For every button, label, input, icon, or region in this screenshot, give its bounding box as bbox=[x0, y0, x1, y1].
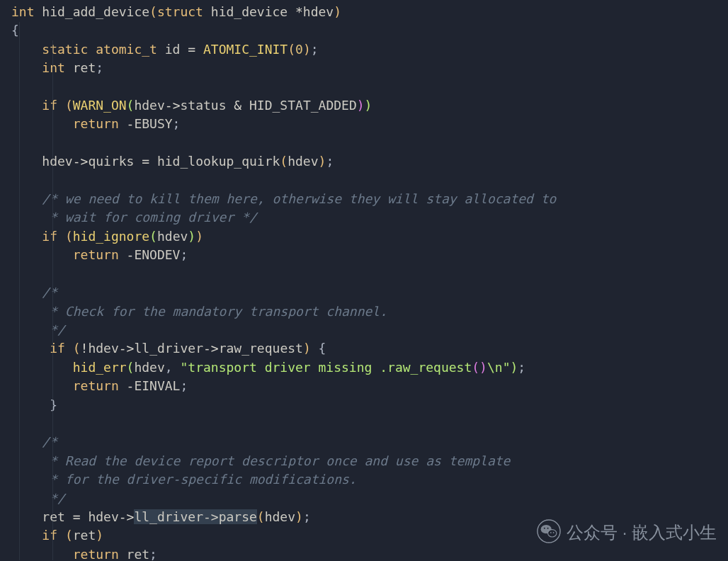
watermark-text: 公众号 · 嵌入式小生 bbox=[567, 523, 717, 542]
code-line: * Read the device report descriptor once… bbox=[11, 453, 510, 468]
code-line: * for the driver-specific modifications. bbox=[11, 472, 357, 487]
code-line: return -EBUSY; bbox=[11, 116, 180, 131]
code-line: int hid_add_device(struct hid_device *hd… bbox=[11, 4, 341, 19]
svg-point-4 bbox=[547, 527, 549, 528]
svg-point-6 bbox=[553, 532, 554, 533]
code-line: ret = hdev->ll_driver->parse(hdev); bbox=[11, 509, 311, 524]
code-line: if (ret) bbox=[11, 528, 103, 543]
watermark: 公众号 · 嵌入式小生 bbox=[537, 519, 717, 547]
code-line: if (hid_ignore(hdev)) bbox=[11, 229, 203, 244]
code-block: int hid_add_device(struct hid_device *hd… bbox=[11, 3, 728, 561]
code-line: return -ENODEV; bbox=[11, 247, 188, 262]
code-line: /* we need to kill them here, otherwise … bbox=[11, 191, 556, 206]
code-line: if (WARN_ON(hdev->status & HID_STAT_ADDE… bbox=[11, 98, 372, 113]
code-line: * Check for the mandatory transport chan… bbox=[11, 304, 387, 319]
code-line: return -EINVAL; bbox=[11, 378, 188, 393]
code-line: return ret; bbox=[11, 547, 157, 561]
code-line: int ret; bbox=[11, 60, 103, 75]
svg-point-2 bbox=[548, 529, 557, 536]
svg-point-5 bbox=[550, 532, 552, 533]
code-line: static atomic_t id = ATOMIC_INIT(0); bbox=[11, 42, 319, 57]
code-line: hdev->quirks = hid_lookup_quirk(hdev); bbox=[11, 154, 334, 169]
wechat-icon bbox=[537, 519, 561, 547]
code-line: if (!hdev->ll_driver->raw_request) { bbox=[11, 341, 326, 356]
svg-point-3 bbox=[544, 527, 545, 528]
code-line: * wait for coming driver */ bbox=[11, 210, 257, 225]
code-line: /* bbox=[11, 285, 57, 300]
code-line: { bbox=[11, 23, 19, 38]
code-line: /* bbox=[11, 434, 57, 449]
code-line: } bbox=[11, 397, 57, 412]
code-line: hid_err(hdev, "transport driver missing … bbox=[11, 360, 525, 375]
